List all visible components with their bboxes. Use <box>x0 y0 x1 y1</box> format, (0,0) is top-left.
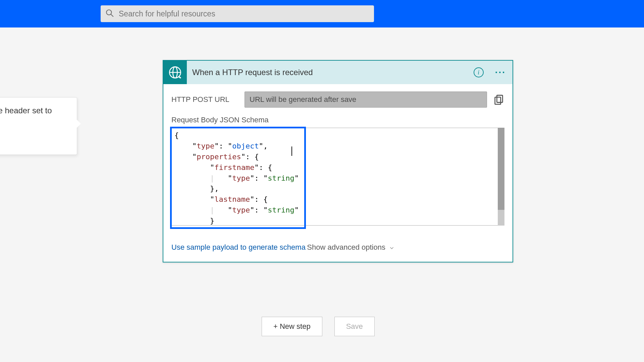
schema-scrollbar[interactable] <box>498 128 504 226</box>
show-advanced-options[interactable]: Show advanced options <box>307 243 395 252</box>
global-search[interactable] <box>101 5 374 22</box>
trigger-card: When a HTTP request is received i ··· HT… <box>163 60 513 262</box>
tooltip-text: ude a Content-Type header set to your re… <box>0 105 68 128</box>
footer-actions: + New step Save <box>262 317 375 336</box>
url-label: HTTP POST URL <box>171 95 238 104</box>
card-title: When a HTTP request is received <box>192 68 468 77</box>
save-button[interactable]: Save <box>334 317 375 336</box>
svg-rect-6 <box>497 95 502 102</box>
hint-tooltip: ude a Content-Type header set to your re… <box>0 97 77 155</box>
card-body: HTTP POST URL URL will be generated afte… <box>163 84 513 262</box>
info-icon[interactable]: i <box>474 67 484 77</box>
http-post-url-field: URL will be generated after save <box>245 92 487 108</box>
search-icon <box>105 9 114 19</box>
svg-rect-7 <box>495 97 501 104</box>
use-sample-payload-link[interactable]: Use sample payload to generate schema <box>171 243 306 252</box>
json-schema-editor[interactable]: { "type": "object", "properties": { "fir… <box>171 128 504 226</box>
text-cursor <box>291 146 292 156</box>
svg-point-0 <box>106 10 111 15</box>
copy-url-button[interactable] <box>493 94 504 105</box>
http-trigger-icon <box>163 61 187 84</box>
card-header[interactable]: When a HTTP request is received i ··· <box>163 61 513 84</box>
more-menu-icon[interactable]: ··· <box>495 67 506 78</box>
search-input[interactable] <box>119 9 369 18</box>
top-bar <box>0 0 644 27</box>
svg-line-1 <box>111 14 113 17</box>
new-step-button[interactable]: + New step <box>262 317 322 336</box>
chevron-down-icon <box>389 244 395 250</box>
schema-label: Request Body JSON Schema <box>171 116 504 124</box>
